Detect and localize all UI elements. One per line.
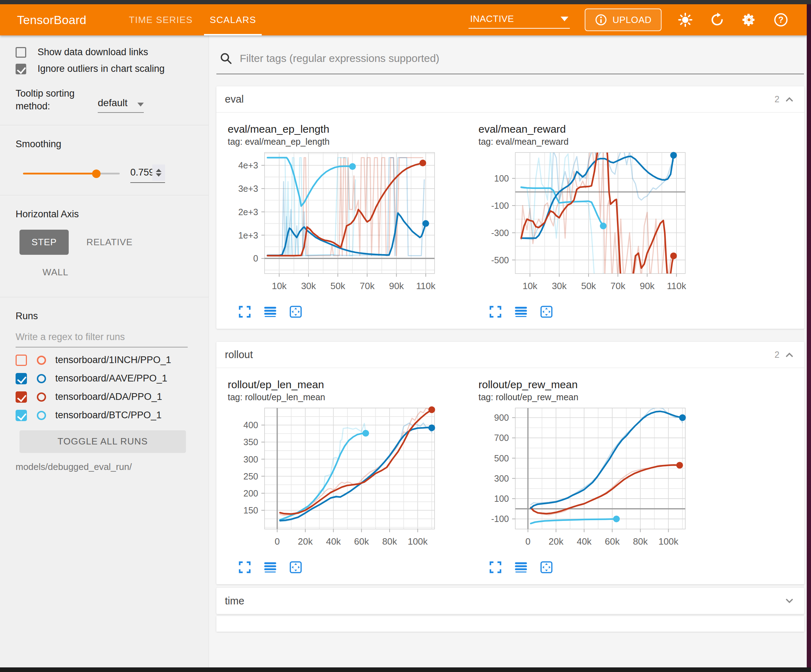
chart-eval-mean-reward: eval/mean_reward tag: eval/mean_reward 1… bbox=[473, 117, 721, 320]
chevron-up-icon[interactable] bbox=[784, 94, 795, 105]
section-eval: eval 2 eval/mean_ep_length tag: eval/mea… bbox=[216, 86, 804, 329]
run-checkbox[interactable] bbox=[15, 410, 27, 421]
expand-chart-icon[interactable] bbox=[237, 304, 253, 320]
section-rollout-body: rollout/ep_len_mean tag: rollout/ep_len_… bbox=[216, 368, 804, 584]
show-download-links-checkbox[interactable] bbox=[15, 47, 26, 58]
chart-toolbar bbox=[488, 304, 721, 320]
svg-text:40k: 40k bbox=[326, 536, 341, 547]
tab-time-series[interactable]: TIME SERIES bbox=[120, 4, 201, 36]
fit-domain-icon[interactable] bbox=[288, 304, 304, 320]
run-color-circle bbox=[37, 393, 46, 402]
section-name: time bbox=[225, 595, 244, 607]
fit-domain-icon[interactable] bbox=[288, 559, 304, 575]
divider bbox=[0, 195, 209, 195]
smoothing-value-input[interactable] bbox=[130, 167, 152, 178]
run-checkbox[interactable] bbox=[15, 391, 27, 403]
section-time: time bbox=[216, 588, 804, 614]
run-checkbox[interactable] bbox=[15, 373, 27, 384]
svg-text:100: 100 bbox=[494, 494, 509, 504]
chart-plot[interactable]: 020k40k60k80k100k150200250300350400 bbox=[223, 405, 471, 558]
run-row-1inch[interactable]: tensorboard/1INCH/PPO_1 bbox=[15, 355, 209, 366]
chart-title: rollout/ep_rew_mean bbox=[478, 379, 721, 391]
svg-text:110k: 110k bbox=[667, 281, 686, 291]
svg-text:70k: 70k bbox=[611, 281, 626, 291]
stepper-up-icon[interactable] bbox=[156, 169, 161, 172]
svg-text:150: 150 bbox=[243, 505, 258, 515]
tooltip-sorting-select[interactable]: default bbox=[98, 87, 144, 113]
run-label: tensorboard/AAVE/PPO_1 bbox=[55, 373, 167, 384]
chart-tag: tag: eval/mean_reward bbox=[478, 137, 721, 147]
expand-chart-icon[interactable] bbox=[488, 304, 503, 320]
divider bbox=[0, 125, 209, 125]
tooltip-sorting-row: Tooltip sorting method: default bbox=[15, 87, 198, 113]
svg-text:900: 900 bbox=[494, 413, 509, 423]
section-rollout-header[interactable]: rollout 2 bbox=[216, 342, 804, 368]
main-content: eval 2 eval/mean_ep_length tag: eval/mea… bbox=[209, 36, 807, 667]
axis-wall-button[interactable]: WALL bbox=[32, 260, 209, 285]
search-icon bbox=[219, 52, 232, 65]
run-checkbox[interactable] bbox=[15, 355, 27, 366]
axis-relative-button[interactable]: RELATIVE bbox=[76, 230, 143, 255]
svg-text:200: 200 bbox=[243, 488, 258, 498]
chart-plot[interactable]: 10k30k50k70k90k110k01e+32e+33e+34e+3 bbox=[223, 149, 471, 303]
smoothing-slider[interactable] bbox=[23, 173, 120, 174]
tooltip-sorting-value: default bbox=[98, 97, 127, 108]
chart-plot[interactable]: 020k40k60k80k100k900700500300100-100 bbox=[473, 405, 721, 558]
chevron-up-icon[interactable] bbox=[784, 349, 795, 361]
stepper-down-icon[interactable] bbox=[156, 173, 161, 176]
tag-filter-input[interactable] bbox=[240, 52, 736, 64]
expand-chart-icon[interactable] bbox=[488, 559, 503, 575]
refresh-icon[interactable] bbox=[709, 12, 725, 28]
svg-text:20k: 20k bbox=[298, 536, 313, 547]
header-tabs: TIME SERIES SCALARS bbox=[120, 4, 265, 36]
chart-eval-mean-ep-length: eval/mean_ep_length tag: eval/mean_ep_le… bbox=[223, 117, 471, 320]
ignore-outliers-checkbox[interactable] bbox=[15, 64, 26, 74]
data-table-icon[interactable] bbox=[263, 304, 278, 320]
settings-gear-icon[interactable] bbox=[741, 12, 757, 28]
upload-status-dropdown[interactable]: INACTIVE bbox=[468, 11, 570, 29]
ignore-outliers-label: Ignore outliers in chart scaling bbox=[37, 63, 165, 74]
chart-toolbar bbox=[237, 304, 471, 320]
run-row-ada[interactable]: tensorboard/ADA/PPO_1 bbox=[15, 391, 209, 403]
svg-text:3e+3: 3e+3 bbox=[238, 184, 258, 193]
svg-text:-100: -100 bbox=[491, 201, 509, 210]
ignore-outliers-row[interactable]: Ignore outliers in chart scaling bbox=[15, 63, 209, 74]
chart-plot[interactable]: 10k30k50k70k90k110k100-100-300-500 bbox=[473, 149, 721, 303]
fit-domain-icon[interactable] bbox=[539, 304, 554, 320]
tab-scalars[interactable]: SCALARS bbox=[201, 4, 265, 36]
smoothing-row bbox=[0, 164, 209, 183]
help-icon[interactable]: ? bbox=[773, 12, 789, 28]
window-top-strip bbox=[0, 0, 811, 4]
svg-text:30k: 30k bbox=[301, 281, 316, 291]
tensorboard-app: TensorBoard TIME SERIES SCALARS INACTIVE… bbox=[0, 0, 811, 672]
svg-text:?: ? bbox=[779, 15, 784, 24]
axis-step-button[interactable]: STEP bbox=[19, 230, 69, 255]
chart-toolbar bbox=[488, 559, 721, 575]
section-eval-header[interactable]: eval 2 bbox=[216, 86, 804, 113]
fit-domain-icon[interactable] bbox=[539, 559, 554, 575]
theme-toggle-icon[interactable] bbox=[677, 12, 694, 28]
run-row-btc[interactable]: tensorboard/BTC/PPO_1 bbox=[15, 410, 209, 421]
upload-status-value: INACTIVE bbox=[470, 14, 514, 24]
toggle-all-runs-button[interactable]: TOGGLE ALL RUNS bbox=[19, 430, 186, 453]
svg-text:50k: 50k bbox=[331, 281, 346, 291]
run-row-aave[interactable]: tensorboard/AAVE/PPO_1 bbox=[15, 373, 209, 384]
tag-filter-bar bbox=[216, 44, 804, 74]
info-icon bbox=[595, 14, 607, 26]
data-table-icon[interactable] bbox=[513, 559, 529, 575]
smoothing-value-box bbox=[130, 164, 165, 183]
expand-chart-icon[interactable] bbox=[237, 559, 253, 575]
smoothing-slider-thumb[interactable] bbox=[92, 169, 100, 178]
app-header: TensorBoard TIME SERIES SCALARS INACTIVE… bbox=[0, 4, 807, 36]
runs-filter-input[interactable] bbox=[15, 330, 188, 347]
chevron-down-icon bbox=[561, 17, 568, 21]
smoothing-stepper[interactable] bbox=[152, 164, 165, 181]
chevron-down-icon[interactable] bbox=[784, 595, 795, 606]
data-table-icon[interactable] bbox=[263, 559, 278, 575]
data-table-icon[interactable] bbox=[513, 304, 529, 320]
upload-button[interactable]: UPLOAD bbox=[585, 8, 662, 31]
show-download-links-row[interactable]: Show data download links bbox=[15, 47, 209, 58]
header-right-cluster: INACTIVE UPLOAD bbox=[468, 8, 789, 31]
axis-mode-buttons: STEP RELATIVE bbox=[19, 230, 209, 255]
section-time-header[interactable]: time bbox=[216, 588, 804, 614]
